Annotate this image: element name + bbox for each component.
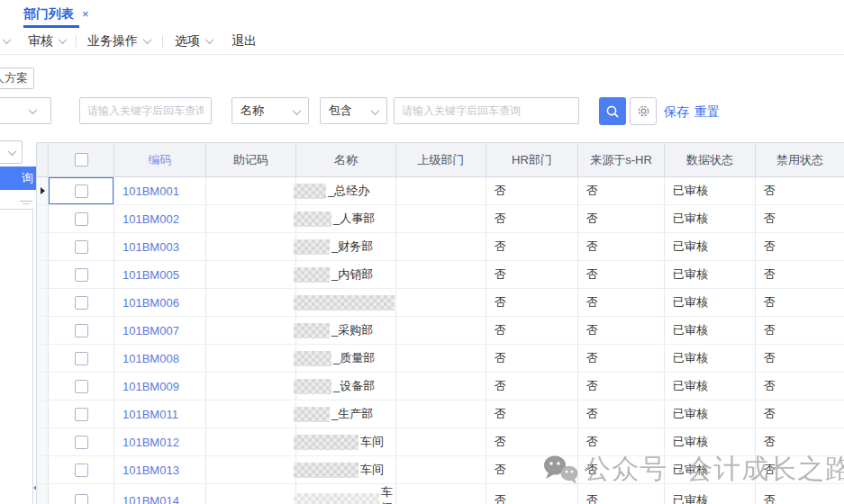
code-link[interactable]: 101BM006 — [114, 289, 206, 317]
code-link[interactable]: 101BM014 — [114, 484, 206, 504]
search-button[interactable] — [599, 97, 626, 125]
chevron-down-icon — [29, 105, 38, 114]
disabled-cell: 否 — [756, 373, 844, 400]
code-link[interactable]: 101BM013 — [114, 456, 206, 484]
reset-button[interactable]: 重置 — [694, 104, 720, 121]
table-row[interactable]: 101BM007 _采购部 否 否 已审核 否 — [37, 317, 844, 345]
row-checkbox[interactable] — [75, 324, 88, 338]
tab-department-list[interactable]: 部门列表 × — [23, 0, 89, 28]
name-text: _生产部 — [331, 406, 373, 422]
code-link[interactable]: 101BM001 — [114, 177, 206, 205]
header-status[interactable]: 数据状态 — [665, 143, 756, 177]
operator-select[interactable]: 包含 — [320, 97, 387, 124]
settings-button[interactable] — [630, 97, 657, 125]
parent-cell — [396, 261, 486, 289]
close-icon[interactable]: × — [82, 8, 89, 20]
row-checkbox[interactable] — [75, 352, 88, 365]
row-checkbox[interactable] — [75, 184, 88, 198]
table-row[interactable]: 101BM012 车间 否 否 已审核 否 — [37, 428, 844, 456]
source-cell: 否 — [578, 289, 665, 317]
redacted-block — [294, 463, 358, 478]
hr-cell: 否 — [486, 177, 578, 205]
redacted-block — [294, 184, 326, 199]
parent-cell — [396, 484, 486, 504]
table-row[interactable]: 101BM008 _质量部 否 否 已审核 否 — [37, 345, 844, 373]
row-indicator-cell — [37, 345, 49, 373]
disabled-cell: 否 — [756, 456, 844, 484]
mnemonic-cell — [206, 205, 296, 233]
side-filter-select[interactable] — [0, 140, 23, 164]
row-checkbox[interactable] — [75, 408, 88, 421]
table-row[interactable]: 101BM009 _设备部 否 否 已审核 否 — [37, 373, 844, 400]
header-source[interactable]: 来源于s-HR — [578, 143, 665, 177]
scheme-button[interactable]: 人方案 — [0, 68, 34, 89]
code-link[interactable]: 101BM012 — [114, 428, 206, 456]
menu-options[interactable]: 选项 — [175, 33, 213, 50]
code-link[interactable]: 101BM002 — [114, 205, 206, 233]
row-indicator-cell — [37, 205, 49, 233]
save-button[interactable]: 保存 — [664, 104, 689, 121]
table-row[interactable]: 101BM014 车间 否 否 已审核 否 — [37, 484, 844, 504]
filter-scope-select[interactable] — [0, 97, 51, 124]
redacted-block — [294, 239, 330, 255]
row-checkbox[interactable] — [75, 212, 88, 226]
header-parent[interactable]: 上级部门 — [396, 143, 486, 177]
parent-cell — [396, 233, 486, 261]
row-checkbox[interactable] — [75, 380, 88, 393]
operator-select-value: 包含 — [329, 103, 352, 119]
keyword-input[interactable] — [79, 97, 212, 124]
status-cell: 已审核 — [665, 205, 756, 233]
checkbox-cell — [49, 428, 114, 456]
table-row[interactable]: 101BM005 _内销部 否 否 已审核 否 — [37, 261, 844, 289]
header-hr[interactable]: HR部门 — [486, 143, 578, 177]
parent-cell — [396, 177, 486, 205]
menu-exit[interactable]: 退出 — [231, 33, 257, 50]
checkbox-cell — [49, 345, 114, 373]
table-row[interactable]: 101BM013 车间 否 否 已审核 否 — [37, 456, 844, 484]
name-text: 车间 — [360, 434, 384, 450]
row-checkbox[interactable] — [75, 464, 88, 477]
row-checkbox[interactable] — [75, 494, 88, 504]
select-all-checkbox[interactable] — [75, 153, 88, 166]
menu-audit[interactable]: 审核 — [28, 33, 66, 50]
header-code[interactable]: 编码 — [114, 143, 206, 177]
source-cell: 否 — [578, 345, 665, 373]
header-mnemonic[interactable]: 助记码 — [206, 143, 296, 177]
menu-business-ops[interactable]: 业务操作 — [87, 33, 150, 50]
code-link[interactable]: 101BM011 — [114, 400, 206, 428]
name-cell — [296, 289, 396, 317]
checkbox-cell — [49, 373, 114, 400]
row-checkbox[interactable] — [75, 268, 88, 282]
keyword-input-2[interactable] — [394, 97, 579, 124]
table-row[interactable]: 101BM003 _财务部 否 否 已审核 否 — [37, 233, 844, 261]
chevron-down-icon — [293, 106, 302, 115]
chevron-down-icon[interactable] — [3, 35, 12, 44]
row-checkbox[interactable] — [75, 436, 88, 449]
row-checkbox[interactable] — [75, 240, 88, 254]
redacted-block — [294, 267, 330, 283]
field-select[interactable]: 名称 — [231, 97, 309, 124]
redacted-block — [294, 323, 330, 338]
name-cell: _总经办 — [296, 177, 396, 205]
code-link[interactable]: 101BM007 — [114, 317, 206, 345]
name-cell: 车间 — [296, 456, 396, 484]
query-button[interactable]: 询 — [0, 166, 39, 190]
status-cell: 已审核 — [665, 289, 756, 317]
source-cell: 否 — [578, 261, 665, 289]
parent-cell — [396, 317, 486, 345]
checkbox-cell — [49, 456, 114, 484]
code-link[interactable]: 101BM008 — [114, 345, 206, 373]
table-row[interactable]: 101BM001 _总经办 否 否 已审核 否 — [37, 177, 844, 205]
code-link[interactable]: 101BM005 — [114, 261, 206, 289]
table-row[interactable]: 101BM002 _人事部 否 否 已审核 否 — [37, 205, 844, 233]
table-row[interactable]: 101BM006 否 否 已审核 否 — [37, 289, 844, 317]
table-row[interactable]: 101BM011 _生产部 否 否 已审核 否 — [37, 400, 844, 428]
header-disabled[interactable]: 禁用状态 — [756, 143, 844, 177]
header-name[interactable]: 名称 — [296, 143, 396, 177]
row-indicator-cell — [37, 289, 49, 317]
row-checkbox[interactable] — [75, 296, 88, 310]
checkbox-cell — [49, 317, 114, 345]
code-link[interactable]: 101BM009 — [114, 373, 206, 400]
panel-resize-handle[interactable] — [20, 201, 32, 206]
code-link[interactable]: 101BM003 — [114, 233, 206, 261]
